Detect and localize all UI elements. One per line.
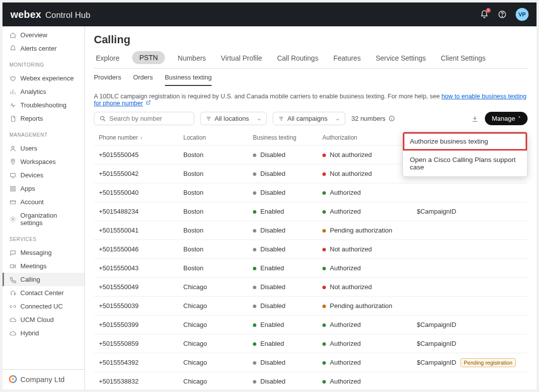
status-dot xyxy=(253,172,256,176)
status-dot xyxy=(322,154,326,157)
company-name: Company Ltd xyxy=(20,375,65,384)
pin-icon xyxy=(9,158,16,165)
sidebar: OverviewAlerts center MONITORING Webex e… xyxy=(2,26,85,390)
table-row[interactable]: +5015554392ChicagoDisabledAuthorized$Cam… xyxy=(94,353,528,372)
info-icon[interactable] xyxy=(388,115,395,122)
status-dot xyxy=(253,154,256,157)
tab-numbers[interactable]: Numbers xyxy=(176,50,208,68)
tab-client-settings[interactable]: Client Settings xyxy=(439,50,487,68)
table-row[interactable]: +5015550041BostonDisabledPending authori… xyxy=(94,221,528,239)
cell-phone: +5015550045 xyxy=(99,151,183,158)
cell-authorization: Authorized xyxy=(322,359,417,366)
sidebar-item-reports[interactable]: Reports xyxy=(2,112,84,125)
cell-business-texting: Disabled xyxy=(253,245,322,253)
status-dot xyxy=(253,229,256,233)
sidebar-item-connected-uc[interactable]: Connected UC xyxy=(2,300,84,313)
tab-pstn[interactable]: PSTN xyxy=(132,51,164,64)
filter-locations[interactable]: All locations ⌄ xyxy=(200,112,267,125)
table-row[interactable]: +5015550399ChicagoEnabledAuthorized$Camp… xyxy=(94,315,528,334)
dropdown-authorize[interactable]: Authorize business texting xyxy=(403,132,527,151)
cell-location: Boston xyxy=(183,151,253,158)
tab-virtual-profile[interactable]: Virtual Profile xyxy=(219,50,264,68)
tab-service-settings[interactable]: Service Settings xyxy=(374,50,428,68)
table-row[interactable]: +5015550040BostonDisabledAuthorized xyxy=(94,183,528,202)
status-dot xyxy=(253,286,256,289)
subtab-orders[interactable]: Orders xyxy=(133,74,153,86)
cell-location: Chicago xyxy=(183,359,253,366)
help-icon[interactable] xyxy=(498,10,507,19)
cell-authorization: Authorized xyxy=(322,208,417,215)
table-row[interactable]: +5015550039ChicagoDisabledPending author… xyxy=(94,296,528,315)
subtab-providers[interactable]: Providers xyxy=(94,74,121,86)
svg-rect-4 xyxy=(10,173,15,176)
cell-location: Chicago xyxy=(183,340,253,347)
sidebar-item-users[interactable]: Users xyxy=(2,142,84,155)
sidebar-item-account[interactable]: Account xyxy=(2,195,84,209)
tab-features[interactable]: Features xyxy=(331,50,363,68)
sidebar-item-meetings[interactable]: Meetings xyxy=(2,259,84,273)
sidebar-item-contact-center[interactable]: Contact Center xyxy=(2,286,84,300)
cell-campaign: $CampaignIDPending registration xyxy=(417,359,516,366)
svg-point-13 xyxy=(100,116,104,120)
col-location[interactable]: Location xyxy=(183,134,253,141)
card-icon xyxy=(9,199,16,206)
search-icon xyxy=(99,115,106,122)
cell-authorization: Authorized xyxy=(322,378,417,385)
sidebar-item-organization-settings[interactable]: Organization settings xyxy=(2,209,84,230)
info-banner: A 10DLC campaign registration is require… xyxy=(85,86,537,112)
table-row[interactable]: +5015538832ChicagoDisabledAuthorized xyxy=(94,372,528,390)
tab-explore[interactable]: Explore xyxy=(94,50,121,68)
sidebar-item-overview[interactable]: Overview xyxy=(2,28,84,42)
cloud-icon xyxy=(9,316,16,323)
cell-location: Chicago xyxy=(183,321,253,328)
cell-phone: +5015538832 xyxy=(99,378,183,385)
sidebar-item-hybrid[interactable]: Hybrid xyxy=(2,326,84,340)
download-icon[interactable] xyxy=(471,115,479,123)
bell-icon[interactable]: 8 xyxy=(480,10,489,19)
count-label: 32 numbers xyxy=(351,115,395,122)
main-tabs: ExplorePSTNNumbersVirtual ProfileCall Ro… xyxy=(94,50,528,69)
table-row[interactable]: +5015488234BostonEnabledAuthorized$Campa… xyxy=(94,202,528,221)
cell-business-texting: Disabled xyxy=(253,227,322,234)
filter-icon xyxy=(206,116,212,122)
top-bar: webex Control Hub 8 VP xyxy=(2,2,537,26)
cell-phone: +5015488234 xyxy=(99,208,183,215)
filter-campaigns[interactable]: All campaigns ⌄ xyxy=(273,112,345,125)
dropdown-support-case[interactable]: Open a Cisco Calling Plans support case xyxy=(403,151,527,176)
table-row[interactable]: +5015550859ChicagoEnabledAuthorized$Camp… xyxy=(94,334,528,353)
controls-bar: Search by number All locations ⌄ All cam… xyxy=(85,112,537,130)
cell-business-texting: Enabled xyxy=(253,321,322,328)
chat-icon xyxy=(9,249,16,256)
brand-bold: webex xyxy=(10,9,41,20)
sidebar-item-workspaces[interactable]: Workspaces xyxy=(2,155,84,168)
sidebar-item-calling[interactable]: Calling xyxy=(2,273,84,286)
cell-phone: +5015550046 xyxy=(99,245,183,253)
user-icon xyxy=(9,145,16,152)
manage-button[interactable]: Manage ˄ xyxy=(485,112,528,125)
svg-rect-11 xyxy=(10,265,14,268)
sidebar-item-alerts-center[interactable]: Alerts center xyxy=(2,42,84,55)
table-row[interactable]: +5015550046BostonDisabledNot authorized xyxy=(94,239,528,258)
sidebar-item-analytics[interactable]: Analytics xyxy=(2,85,84,98)
sidebar-item-ucm-cloud[interactable]: UCM Cloud xyxy=(2,313,84,326)
cell-campaign: $CampaignID xyxy=(417,321,516,328)
col-business-texting[interactable]: Business texting xyxy=(253,134,322,141)
sidebar-item-messaging[interactable]: Messaging xyxy=(2,246,84,259)
table-row[interactable]: +5015550049ChicagoDisabledNot authorized xyxy=(94,277,528,296)
cell-location: Boston xyxy=(183,170,253,177)
subtab-business-texting[interactable]: Business texting xyxy=(165,74,212,86)
tab-call-routings[interactable]: Call Routings xyxy=(275,50,320,68)
sidebar-item-webex-experience[interactable]: Webex experience xyxy=(2,72,84,85)
sidebar-item-troubleshooting[interactable]: Troubleshooting xyxy=(2,98,84,112)
status-dot xyxy=(322,342,326,346)
cell-location: Boston xyxy=(183,208,253,215)
sidebar-item-apps[interactable]: Apps xyxy=(2,182,84,195)
col-phone[interactable]: Phone number↑ xyxy=(99,134,183,141)
table-row[interactable]: +5015550043BostonEnabledAuthorized xyxy=(94,258,528,277)
search-placeholder: Search by number xyxy=(109,115,162,122)
avatar[interactable]: VP xyxy=(516,8,529,21)
bell-icon xyxy=(9,45,16,52)
search-input[interactable]: Search by number xyxy=(94,112,194,125)
svg-rect-6 xyxy=(13,186,15,188)
sidebar-item-devices[interactable]: Devices xyxy=(2,168,84,182)
